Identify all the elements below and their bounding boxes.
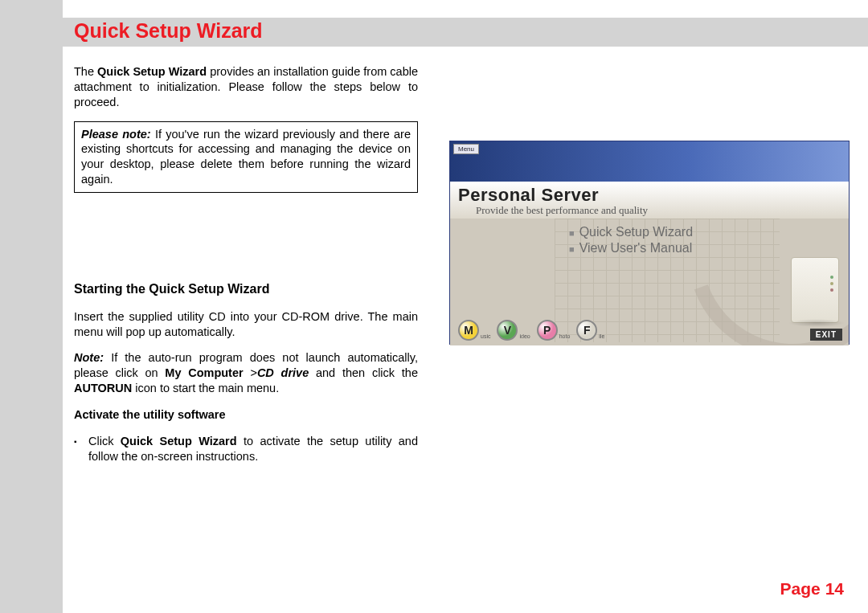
icon-row: Music Video Photo File — [458, 320, 609, 341]
title-band: Personal Server Provide the best perform… — [450, 182, 849, 219]
page-number: Page 14 — [780, 579, 844, 599]
photo-label: hoto — [559, 333, 571, 341]
intro-pre: The — [74, 65, 97, 78]
autorun-bold: AUTORUN — [74, 382, 132, 394]
menu-item-label: View User's Manual — [579, 241, 693, 255]
autorun-t3: icon to start the main menu. — [132, 382, 279, 394]
page-title: Quick Setup Wizard — [74, 19, 263, 43]
note-lead: Please note: — [81, 128, 151, 141]
menu-item-view-manual[interactable]: ■View User's Manual — [569, 241, 693, 255]
photo-icon[interactable]: P — [537, 320, 558, 341]
cd-drive-text: CD drive — [257, 366, 309, 379]
autorun-note-paragraph: Note: If the auto-run program does not l… — [74, 350, 418, 396]
bullet-pre: Click — [88, 435, 121, 447]
music-label: usic — [481, 333, 490, 341]
menu-tag[interactable]: Menu — [453, 144, 479, 154]
my-computer-text: My Computer — [165, 366, 243, 379]
bullet-bold: Quick Setup Wizard — [121, 435, 237, 447]
file-icon[interactable]: F — [576, 320, 597, 341]
bullet-icon: ■ — [569, 228, 575, 238]
device-illustration — [791, 257, 839, 323]
personal-server-subtitle: Provide the best performance and quality — [476, 204, 841, 217]
file-label: ile — [599, 333, 604, 341]
figure-menu-list: ■Quick Setup Wizard ■View User's Manual — [569, 225, 693, 257]
video-label: ideo — [519, 333, 530, 341]
video-icon[interactable]: V — [497, 320, 518, 341]
left-column: The Quick Setup Wizard provides an insta… — [74, 64, 418, 464]
bullet-text: Click Quick Setup Wizard to activate the… — [88, 434, 418, 464]
intro-paragraph: The Quick Setup Wizard provides an insta… — [74, 64, 418, 110]
menu-item-label: Quick Setup Wizard — [579, 225, 693, 239]
gt-text: > — [244, 366, 257, 379]
personal-server-title: Personal Server — [458, 185, 841, 206]
bullet-icon: ■ — [569, 244, 575, 254]
bullet-item: ▪ Click Quick Setup Wizard to activate t… — [74, 434, 418, 464]
autorun-t2: and then click the — [309, 366, 418, 379]
figure-titlebar: Menu — [450, 141, 849, 182]
section-heading: Starting the Quick Setup Wizard — [74, 281, 418, 298]
please-note-box: Please note: If you've run the wizard pr… — [74, 121, 418, 193]
screenshot-figure: Menu Personal Server Provide the best pe… — [449, 141, 850, 345]
music-icon[interactable]: M — [458, 320, 479, 341]
bullet-square-icon: ▪ — [74, 434, 88, 464]
autorun-lead: Note: — [74, 351, 104, 364]
intro-bold: Quick Setup Wizard — [97, 65, 207, 78]
exit-button[interactable]: EXIT — [810, 329, 842, 341]
insert-cd-paragraph: Insert the supplied utility CD into your… — [74, 309, 418, 340]
left-sidebar — [0, 0, 63, 613]
menu-item-quick-setup[interactable]: ■Quick Setup Wizard — [569, 225, 693, 239]
figure-body: Personal Server Provide the best perform… — [450, 182, 849, 345]
activate-subheading: Activate the utility software — [74, 407, 418, 423]
